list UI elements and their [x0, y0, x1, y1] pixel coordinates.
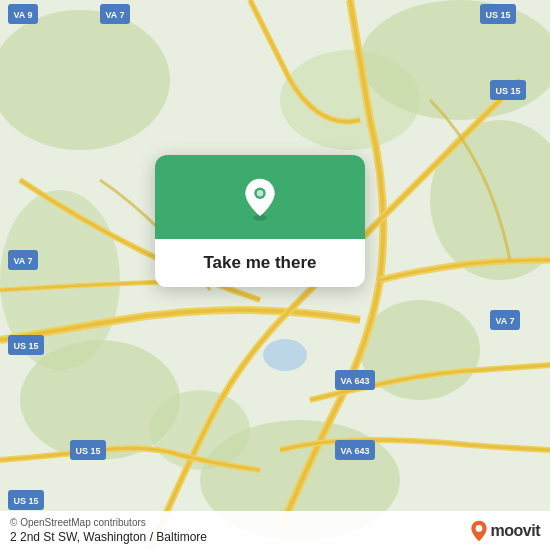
- svg-text:VA 9: VA 9: [13, 10, 32, 20]
- svg-point-36: [475, 525, 482, 532]
- svg-text:US 15: US 15: [13, 496, 38, 506]
- moovit-pin-icon: [470, 520, 488, 542]
- map-container: VA 9 VA 7 US 15 US 15 VA 7 US 15 VA 7 VA…: [0, 0, 550, 550]
- svg-point-10: [263, 339, 307, 371]
- take-me-there-button[interactable]: Take me there: [155, 239, 365, 287]
- bottom-bar: © OpenStreetMap contributors 2 2nd St SW…: [0, 511, 550, 550]
- address-text: 2 2nd St SW, Washington / Baltimore: [10, 530, 207, 544]
- svg-text:US 15: US 15: [13, 341, 38, 351]
- svg-text:VA 7: VA 7: [13, 256, 32, 266]
- location-pin-icon: [238, 177, 282, 221]
- moovit-logo: moovit: [470, 520, 540, 542]
- svg-point-35: [257, 190, 264, 197]
- map-attribution: © OpenStreetMap contributors: [10, 517, 207, 528]
- svg-text:US 15: US 15: [485, 10, 510, 20]
- svg-text:VA 7: VA 7: [495, 316, 514, 326]
- svg-text:VA 643: VA 643: [340, 446, 369, 456]
- card-header: [155, 155, 365, 239]
- svg-text:VA 7: VA 7: [105, 10, 124, 20]
- svg-text:US 15: US 15: [75, 446, 100, 456]
- svg-text:US 15: US 15: [495, 86, 520, 96]
- moovit-brand-text: moovit: [491, 522, 540, 540]
- svg-text:VA 643: VA 643: [340, 376, 369, 386]
- navigation-card: Take me there: [155, 155, 365, 287]
